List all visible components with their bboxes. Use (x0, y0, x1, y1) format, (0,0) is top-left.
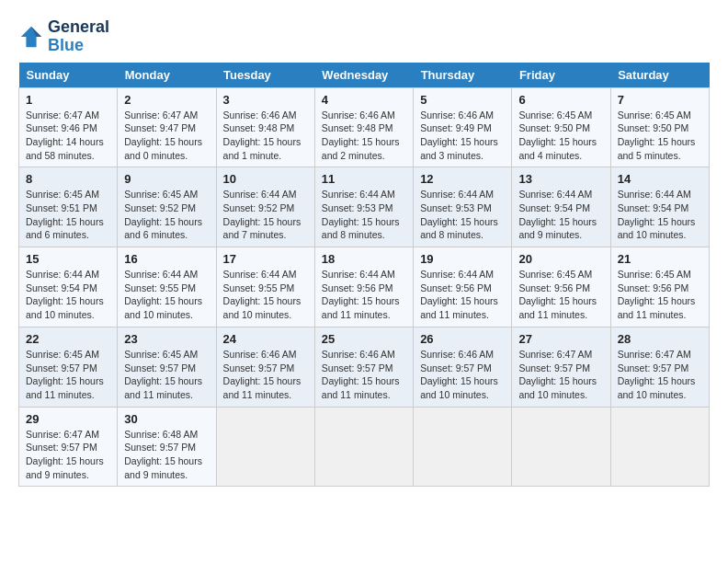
day-info: Sunrise: 6:47 AMSunset: 9:57 PMDaylight:… (618, 348, 702, 402)
logo-text: General Blue (48, 18, 109, 55)
day-number: 23 (124, 332, 209, 346)
day-cell-7: 7Sunrise: 6:45 AMSunset: 9:50 PMDaylight… (610, 87, 709, 167)
day-info: Sunrise: 6:45 AMSunset: 9:57 PMDaylight:… (26, 348, 110, 402)
empty-day-cell (216, 407, 314, 487)
day-cell-19: 19Sunrise: 6:44 AMSunset: 9:56 PMDayligh… (414, 247, 512, 327)
day-number: 17 (223, 252, 308, 266)
empty-day-cell (414, 407, 512, 487)
day-number: 15 (26, 252, 110, 266)
day-cell-6: 6Sunrise: 6:45 AMSunset: 9:50 PMDaylight… (512, 87, 610, 167)
day-number: 30 (124, 412, 209, 426)
empty-day-cell (512, 407, 610, 487)
day-number: 24 (223, 332, 308, 346)
day-info: Sunrise: 6:46 AMSunset: 9:48 PMDaylight:… (223, 109, 308, 163)
day-cell-8: 8Sunrise: 6:45 AMSunset: 9:51 PMDaylight… (19, 167, 118, 247)
day-number: 9 (124, 172, 209, 186)
day-info: Sunrise: 6:45 AMSunset: 9:50 PMDaylight:… (618, 109, 702, 163)
day-number: 1 (26, 93, 110, 107)
day-number: 14 (618, 172, 702, 186)
empty-day-cell (610, 407, 709, 487)
day-cell-28: 28Sunrise: 6:47 AMSunset: 9:57 PMDayligh… (610, 327, 709, 407)
day-info: Sunrise: 6:46 AMSunset: 9:57 PMDaylight:… (322, 348, 406, 402)
logo: General Blue (18, 18, 109, 55)
calendar-week-row: 8Sunrise: 6:45 AMSunset: 9:51 PMDaylight… (19, 167, 710, 247)
day-cell-26: 26Sunrise: 6:46 AMSunset: 9:57 PMDayligh… (414, 327, 512, 407)
day-info: Sunrise: 6:44 AMSunset: 9:55 PMDaylight:… (223, 268, 308, 322)
day-cell-25: 25Sunrise: 6:46 AMSunset: 9:57 PMDayligh… (314, 327, 413, 407)
day-cell-22: 22Sunrise: 6:45 AMSunset: 9:57 PMDayligh… (19, 327, 118, 407)
day-info: Sunrise: 6:44 AMSunset: 9:54 PMDaylight:… (518, 188, 603, 242)
page-header: General Blue (18, 18, 710, 55)
day-number: 27 (518, 332, 603, 346)
calendar-table: SundayMondayTuesdayWednesdayThursdayFrid… (18, 63, 710, 488)
logo-general: General (48, 17, 109, 36)
day-info: Sunrise: 6:44 AMSunset: 9:53 PMDaylight:… (420, 188, 505, 242)
day-info: Sunrise: 6:46 AMSunset: 9:48 PMDaylight:… (322, 109, 406, 163)
day-of-week-monday: Monday (118, 63, 216, 88)
day-cell-21: 21Sunrise: 6:45 AMSunset: 9:56 PMDayligh… (610, 247, 709, 327)
day-info: Sunrise: 6:45 AMSunset: 9:57 PMDaylight:… (124, 348, 209, 402)
day-cell-30: 30Sunrise: 6:48 AMSunset: 9:57 PMDayligh… (118, 407, 216, 487)
day-info: Sunrise: 6:47 AMSunset: 9:57 PMDaylight:… (518, 348, 603, 402)
day-of-week-tuesday: Tuesday (216, 63, 314, 88)
day-number: 18 (322, 252, 406, 266)
day-info: Sunrise: 6:44 AMSunset: 9:52 PMDaylight:… (223, 188, 308, 242)
day-info: Sunrise: 6:46 AMSunset: 9:57 PMDaylight:… (420, 348, 505, 402)
day-cell-9: 9Sunrise: 6:45 AMSunset: 9:52 PMDaylight… (118, 167, 216, 247)
day-info: Sunrise: 6:46 AMSunset: 9:57 PMDaylight:… (223, 348, 308, 402)
day-info: Sunrise: 6:44 AMSunset: 9:54 PMDaylight:… (618, 188, 702, 242)
day-number: 26 (420, 332, 505, 346)
day-number: 12 (420, 172, 505, 186)
day-cell-24: 24Sunrise: 6:46 AMSunset: 9:57 PMDayligh… (216, 327, 314, 407)
day-number: 4 (322, 93, 406, 107)
day-cell-18: 18Sunrise: 6:44 AMSunset: 9:56 PMDayligh… (314, 247, 413, 327)
day-number: 22 (26, 332, 110, 346)
day-cell-29: 29Sunrise: 6:47 AMSunset: 9:57 PMDayligh… (19, 407, 118, 487)
day-number: 5 (420, 93, 505, 107)
day-number: 10 (223, 172, 308, 186)
day-number: 20 (518, 252, 603, 266)
day-number: 28 (618, 332, 702, 346)
day-number: 7 (618, 93, 702, 107)
day-of-week-thursday: Thursday (414, 63, 512, 88)
day-info: Sunrise: 6:44 AMSunset: 9:56 PMDaylight:… (322, 268, 406, 322)
day-cell-12: 12Sunrise: 6:44 AMSunset: 9:53 PMDayligh… (414, 167, 512, 247)
day-cell-1: 1Sunrise: 6:47 AMSunset: 9:46 PMDaylight… (19, 87, 118, 167)
day-number: 21 (618, 252, 702, 266)
day-cell-23: 23Sunrise: 6:45 AMSunset: 9:57 PMDayligh… (118, 327, 216, 407)
calendar-week-row: 1Sunrise: 6:47 AMSunset: 9:46 PMDaylight… (19, 87, 710, 167)
day-cell-2: 2Sunrise: 6:47 AMSunset: 9:47 PMDaylight… (118, 87, 216, 167)
day-number: 8 (26, 172, 110, 186)
day-cell-15: 15Sunrise: 6:44 AMSunset: 9:54 PMDayligh… (19, 247, 118, 327)
day-info: Sunrise: 6:47 AMSunset: 9:46 PMDaylight:… (26, 109, 110, 163)
day-number: 13 (518, 172, 603, 186)
day-cell-14: 14Sunrise: 6:44 AMSunset: 9:54 PMDayligh… (610, 167, 709, 247)
day-cell-3: 3Sunrise: 6:46 AMSunset: 9:48 PMDaylight… (216, 87, 314, 167)
logo-blue: Blue (48, 36, 84, 54)
day-info: Sunrise: 6:47 AMSunset: 9:47 PMDaylight:… (124, 109, 209, 163)
day-cell-10: 10Sunrise: 6:44 AMSunset: 9:52 PMDayligh… (216, 167, 314, 247)
day-info: Sunrise: 6:45 AMSunset: 9:51 PMDaylight:… (26, 188, 110, 242)
calendar-week-row: 15Sunrise: 6:44 AMSunset: 9:54 PMDayligh… (19, 247, 710, 327)
day-info: Sunrise: 6:44 AMSunset: 9:55 PMDaylight:… (124, 268, 209, 322)
day-cell-11: 11Sunrise: 6:44 AMSunset: 9:53 PMDayligh… (314, 167, 413, 247)
day-of-week-friday: Friday (512, 63, 610, 88)
day-info: Sunrise: 6:48 AMSunset: 9:57 PMDaylight:… (124, 428, 209, 482)
day-info: Sunrise: 6:45 AMSunset: 9:52 PMDaylight:… (124, 188, 209, 242)
day-info: Sunrise: 6:47 AMSunset: 9:57 PMDaylight:… (26, 428, 110, 482)
day-info: Sunrise: 6:44 AMSunset: 9:53 PMDaylight:… (322, 188, 406, 242)
day-of-week-sunday: Sunday (19, 63, 118, 88)
day-of-week-saturday: Saturday (610, 63, 709, 88)
day-number: 6 (518, 93, 603, 107)
day-cell-16: 16Sunrise: 6:44 AMSunset: 9:55 PMDayligh… (118, 247, 216, 327)
day-number: 3 (223, 93, 308, 107)
day-info: Sunrise: 6:45 AMSunset: 9:50 PMDaylight:… (518, 109, 603, 163)
day-cell-4: 4Sunrise: 6:46 AMSunset: 9:48 PMDaylight… (314, 87, 413, 167)
day-cell-20: 20Sunrise: 6:45 AMSunset: 9:56 PMDayligh… (512, 247, 610, 327)
day-number: 19 (420, 252, 505, 266)
day-number: 29 (26, 412, 110, 426)
logo-icon (18, 24, 44, 50)
day-info: Sunrise: 6:44 AMSunset: 9:56 PMDaylight:… (420, 268, 505, 322)
day-info: Sunrise: 6:44 AMSunset: 9:54 PMDaylight:… (26, 268, 110, 322)
day-number: 16 (124, 252, 209, 266)
